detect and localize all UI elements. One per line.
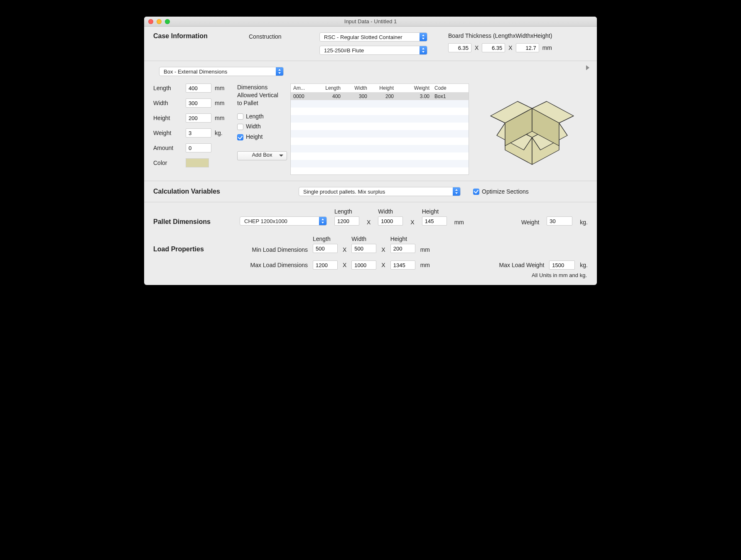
add-box-label: Add Box — [252, 152, 272, 158]
chevron-updown-icon — [420, 46, 427, 54]
height-label: Height — [153, 115, 182, 121]
box-mode-select[interactable]: Box - External Dimensions — [159, 67, 284, 76]
x-label: X — [475, 44, 478, 51]
chevron-updown-icon — [276, 67, 283, 76]
load-height-label: Height — [390, 236, 415, 242]
x-label: X — [343, 262, 346, 268]
optimize-sections-checkbox[interactable]: Optimize Sections — [473, 188, 529, 195]
box-width-input[interactable] — [186, 98, 211, 108]
unit-kg: kg. — [580, 219, 588, 226]
min-load-width-input[interactable] — [351, 244, 376, 253]
board-height-input[interactable] — [516, 43, 539, 52]
x-label: X — [381, 262, 385, 268]
length-label: Length — [153, 85, 182, 91]
unit-mm: mm — [420, 262, 430, 268]
pallet-weight-label: Weight — [521, 219, 539, 226]
pallet-dimensions-heading: Pallet Dimensions — [153, 218, 232, 226]
x-label: X — [381, 246, 385, 253]
color-swatch[interactable] — [186, 158, 209, 167]
allow-height-checkbox[interactable]: Height — [237, 133, 283, 140]
box-weight-input[interactable] — [186, 128, 211, 138]
board-thickness-label: Board Thickness (LengthxWidthxHeight) — [448, 32, 588, 39]
unit-mm: mm — [454, 219, 464, 226]
chevron-down-icon — [279, 155, 283, 159]
max-load-label: Max Load Dimensions — [237, 262, 308, 268]
x-label: X — [343, 246, 346, 253]
flute-select-value: 125-250#B Flute — [320, 47, 420, 54]
color-label: Color — [153, 160, 182, 166]
amount-label: Amount — [153, 145, 182, 151]
box-amount-input[interactable] — [186, 143, 211, 152]
chevron-updown-icon — [453, 187, 460, 196]
pallet-length-input[interactable] — [334, 216, 359, 226]
unit-kg: kg. — [215, 130, 230, 136]
x-label: X — [508, 44, 512, 51]
box-illustration-icon — [488, 84, 576, 171]
width-label: Width — [153, 100, 182, 106]
allow-width-label: Width — [246, 123, 261, 130]
add-box-button[interactable]: Add Box — [237, 151, 287, 160]
flute-select[interactable]: 125-250#B Flute — [319, 46, 427, 55]
unit-kg: kg. — [580, 262, 588, 268]
max-load-weight-label: Max Load Weight — [499, 262, 545, 268]
pallet-length-label: Length — [334, 208, 359, 215]
allow-height-label: Height — [246, 133, 263, 140]
chevron-updown-icon — [420, 33, 427, 41]
box-table-header: Am... Length Width Height Weight Code — [291, 84, 469, 93]
box-mode-value: Box - External Dimensions — [159, 69, 276, 75]
load-width-label: Width — [351, 236, 376, 242]
unit-mm: mm — [215, 85, 230, 91]
construction-select[interactable]: RSC - Regular Slotted Container — [319, 32, 427, 42]
calc-variables-heading: Calculation Variables — [153, 188, 286, 195]
unit-mm: mm — [420, 246, 430, 253]
case-information-heading: Case Information — [153, 32, 232, 40]
titlebar: Input Data - Untitled 1 — [144, 17, 597, 27]
unit-mm: mm — [542, 44, 552, 51]
max-load-weight-input[interactable] — [549, 260, 575, 270]
app-window: Input Data - Untitled 1 Case Information… — [144, 17, 597, 285]
footer-units-note: All Units in mm and kg. — [153, 270, 588, 278]
box-length-input[interactable] — [186, 84, 211, 93]
pallet-width-input[interactable] — [378, 216, 403, 226]
pallet-type-value: CHEP 1200x1000 — [240, 218, 319, 224]
pallet-height-input[interactable] — [422, 216, 447, 226]
pallet-type-select[interactable]: CHEP 1200x1000 — [240, 216, 327, 226]
construction-select-value: RSC - Regular Slotted Container — [320, 34, 420, 40]
allow-length-label: Length — [246, 113, 264, 120]
board-width-input[interactable] — [482, 43, 505, 52]
calc-method-value: Single product pallets. Mix surplus — [299, 189, 453, 195]
min-load-height-input[interactable] — [390, 244, 415, 253]
dims-allowed-label: Dimensions Allowed Vertical to Pallet — [237, 84, 283, 107]
x-label: X — [367, 219, 370, 226]
box-height-input[interactable] — [186, 113, 211, 123]
box-table[interactable]: Am... Length Width Height Weight Code 00… — [290, 84, 469, 175]
pallet-width-label: Width — [378, 208, 403, 215]
x-label: X — [410, 219, 414, 226]
unit-mm: mm — [215, 100, 230, 106]
construction-label: Construction — [249, 32, 303, 40]
disclosure-triangle-icon[interactable] — [586, 65, 589, 70]
allow-width-checkbox[interactable]: Width — [237, 123, 283, 130]
table-row[interactable]: 0000 400 300 200 3.00 Box1 — [291, 93, 469, 100]
max-load-length-input[interactable] — [313, 260, 338, 270]
chevron-updown-icon — [319, 217, 326, 225]
pallet-height-label: Height — [422, 208, 447, 215]
pallet-weight-input[interactable] — [547, 216, 572, 226]
calc-method-select[interactable]: Single product pallets. Mix surplus — [299, 187, 461, 196]
window-title: Input Data - Untitled 1 — [144, 18, 597, 25]
min-load-label: Min Load Dimensions — [237, 246, 308, 253]
weight-label: Weight — [153, 130, 182, 136]
unit-mm: mm — [215, 115, 230, 121]
load-properties-heading: Load Properties — [153, 246, 232, 253]
optimize-sections-label: Optimize Sections — [482, 188, 529, 195]
table-empty-rows — [291, 100, 469, 175]
board-length-input[interactable] — [448, 43, 471, 52]
load-length-label: Length — [313, 236, 338, 242]
max-load-width-input[interactable] — [351, 260, 376, 270]
min-load-length-input[interactable] — [313, 244, 338, 253]
allow-length-checkbox[interactable]: Length — [237, 113, 283, 120]
max-load-height-input[interactable] — [390, 260, 415, 270]
